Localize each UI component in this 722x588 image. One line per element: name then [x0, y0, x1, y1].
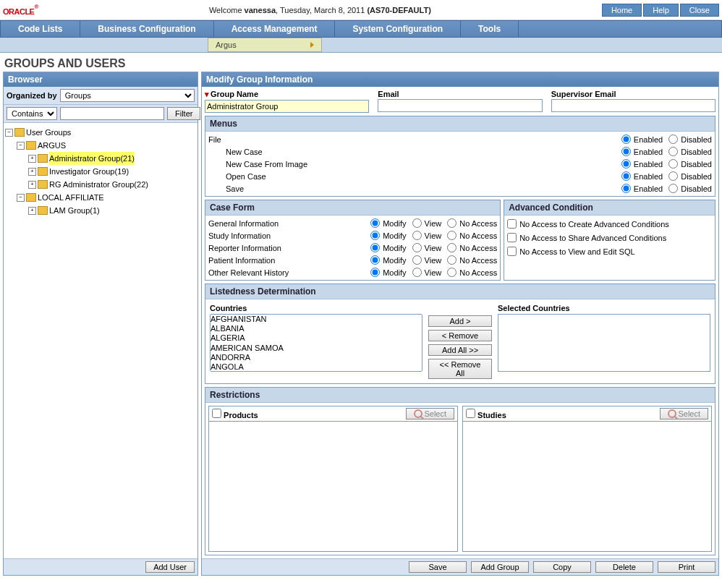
- newcase-disabled-radio[interactable]: [668, 147, 678, 156]
- adv-share-checkbox[interactable]: [507, 233, 517, 242]
- add-group-button[interactable]: Add Group: [471, 561, 529, 573]
- adv-sql-checkbox[interactable]: [507, 247, 517, 256]
- save-button[interactable]: Save: [409, 561, 467, 573]
- filter-mode-select[interactable]: Contains: [7, 107, 57, 120]
- remove-all-button[interactable]: << Remove All: [428, 359, 492, 379]
- folder-icon: [38, 206, 48, 215]
- restrictions-header: Restrictions: [205, 388, 715, 403]
- close-button[interactable]: Close: [680, 4, 719, 17]
- folder-icon: [38, 167, 48, 176]
- help-button[interactable]: Help: [643, 4, 679, 17]
- gen-modify-radio[interactable]: [370, 218, 380, 228]
- tab-business-config[interactable]: Business Configuration: [80, 21, 213, 37]
- save-disabled-radio[interactable]: [668, 184, 678, 193]
- plus-icon[interactable]: +: [28, 181, 36, 189]
- tab-system-config[interactable]: System Configuration: [335, 21, 461, 37]
- search-icon: [668, 409, 676, 418]
- selected-countries-label: Selected Countries: [498, 304, 710, 312]
- print-button[interactable]: Print: [658, 561, 715, 573]
- search-icon: [414, 409, 422, 418]
- other-modify-radio[interactable]: [370, 268, 380, 277]
- copy-button[interactable]: Copy: [533, 561, 591, 573]
- study-modify-radio[interactable]: [370, 231, 380, 240]
- required-icon: ▾: [205, 90, 209, 98]
- filter-input[interactable]: [60, 107, 164, 120]
- pat-noaccess-radio[interactable]: [447, 255, 456, 265]
- plus-icon[interactable]: +: [28, 207, 36, 215]
- add-user-button[interactable]: Add User: [145, 561, 195, 573]
- listedness-header: Listedness Determination: [205, 284, 715, 299]
- modify-group-panel: Modify Group Information ▾Group Name Ema…: [201, 72, 719, 576]
- studies-select-button[interactable]: Select: [660, 408, 708, 419]
- add-button[interactable]: Add >: [428, 315, 492, 327]
- adv-create-label: No Access to Create Advanced Conditions: [519, 220, 669, 229]
- minus-icon[interactable]: −: [5, 129, 13, 137]
- rep-modify-radio[interactable]: [370, 243, 380, 252]
- top-bar: ORACLE® Welcome vanessa, Tuesday, March …: [0, 0, 722, 20]
- other-view-radio[interactable]: [412, 268, 422, 277]
- organized-by-select[interactable]: Groups: [60, 89, 195, 102]
- group-name-input[interactable]: [205, 100, 369, 113]
- newimg-enabled-radio[interactable]: [621, 159, 631, 169]
- adv-create-checkbox[interactable]: [507, 219, 517, 229]
- add-all-button[interactable]: Add All >>: [428, 344, 492, 356]
- delete-button[interactable]: Delete: [595, 561, 653, 573]
- submenu-bar: Argus: [0, 38, 722, 53]
- file-enabled-radio[interactable]: [621, 135, 631, 144]
- products-select-button[interactable]: Select: [406, 408, 454, 419]
- minus-icon[interactable]: −: [17, 194, 25, 202]
- products-checkbox[interactable]: [212, 409, 221, 418]
- tab-code-lists[interactable]: Code Lists: [1, 21, 80, 37]
- gen-noaccess-radio[interactable]: [447, 218, 456, 228]
- menu-save: Save: [208, 184, 617, 193]
- open-disabled-radio[interactable]: [668, 171, 678, 181]
- email-label: Email: [378, 90, 542, 98]
- study-view-radio[interactable]: [412, 231, 422, 240]
- plus-icon[interactable]: +: [28, 155, 36, 163]
- folder-open-icon: [14, 128, 25, 137]
- minus-icon[interactable]: −: [17, 142, 25, 150]
- page-title: GROUPS AND USERS: [0, 53, 722, 72]
- tree-rg-admin-group[interactable]: + RG Administrator Group(22): [5, 178, 196, 191]
- menubar: Code Lists Business Configuration Access…: [0, 20, 722, 38]
- folder-open-icon: [26, 193, 36, 202]
- menus-header: Menus: [205, 116, 715, 132]
- submenu-label: Argus: [216, 41, 237, 49]
- plus-icon[interactable]: +: [28, 168, 36, 176]
- tree-investigator-group[interactable]: + Investigator Group(19): [5, 165, 196, 178]
- tree-lam-group[interactable]: + LAM Group(1): [5, 204, 196, 217]
- pat-modify-radio[interactable]: [370, 255, 380, 265]
- menu-new-case-image: New Case From Image: [208, 160, 617, 169]
- case-form-header: Case Form: [205, 200, 500, 216]
- supervisor-email-input[interactable]: [551, 99, 715, 112]
- case-study: Study Information: [208, 231, 366, 240]
- study-noaccess-radio[interactable]: [447, 231, 456, 240]
- studies-checkbox[interactable]: [466, 409, 475, 418]
- open-enabled-radio[interactable]: [621, 171, 631, 181]
- tab-tools[interactable]: Tools: [461, 21, 519, 37]
- rep-view-radio[interactable]: [412, 243, 422, 252]
- menu-new-case: New Case: [208, 148, 617, 156]
- welcome-text: Welcome vanessa, Tuesday, March 8, 2011 …: [209, 6, 431, 14]
- home-button[interactable]: Home: [602, 4, 642, 17]
- file-disabled-radio[interactable]: [668, 135, 678, 144]
- tab-access-management[interactable]: Access Management: [214, 21, 336, 37]
- adv-sql-label: No Access to View and Edit SQL: [519, 247, 634, 256]
- newimg-disabled-radio[interactable]: [668, 159, 678, 169]
- tree-local-affiliate[interactable]: − LOCAL AFFILIATE: [5, 191, 196, 204]
- tree-admin-group[interactable]: + Administrator Group(21): [5, 152, 196, 165]
- tree-root[interactable]: − User Groups: [5, 126, 196, 139]
- save-enabled-radio[interactable]: [621, 184, 631, 193]
- browser-panel: Browser Organized by Groups Contains Fil…: [3, 72, 198, 576]
- remove-button[interactable]: < Remove: [428, 330, 492, 341]
- other-noaccess-radio[interactable]: [447, 268, 456, 277]
- gen-view-radio[interactable]: [412, 218, 422, 228]
- submenu-argus[interactable]: Argus: [208, 38, 322, 52]
- countries-list[interactable]: AFGHANISTANALBANIAALGERIAAMERICAN SAMOAA…: [210, 314, 422, 372]
- email-input[interactable]: [378, 99, 542, 112]
- newcase-enabled-radio[interactable]: [621, 147, 631, 156]
- pat-view-radio[interactable]: [412, 255, 422, 265]
- tree-argus[interactable]: − ARGUS: [5, 139, 196, 152]
- rep-noaccess-radio[interactable]: [447, 243, 456, 252]
- filter-button[interactable]: Filter: [167, 107, 200, 120]
